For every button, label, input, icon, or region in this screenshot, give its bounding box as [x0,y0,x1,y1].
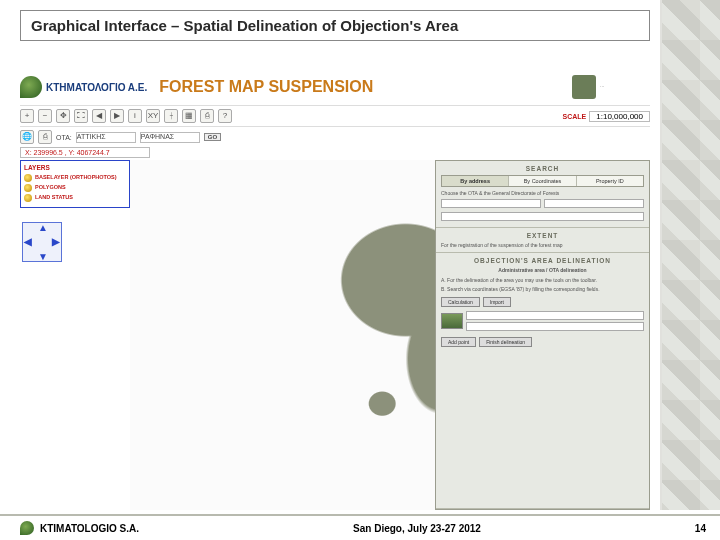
gis-app: ΚΤΗΜΑΤΟΛΟΓΙΟ Α.Ε. FOREST MAP SUSPENSION … [20,71,650,510]
visibility-icon[interactable] [24,174,32,182]
visibility-icon[interactable] [24,184,32,192]
delineation-subheader: Administrative area / OTA delineation [441,267,644,274]
calc-button[interactable]: Calculation [441,297,480,307]
xy-icon[interactable]: XY [146,109,160,123]
identify-icon[interactable]: i [128,109,142,123]
delin-step-b: B. Search via coordinates (EGSA '87) by … [441,286,644,293]
pan-west-icon[interactable]: ◀ [24,236,32,247]
right-panel: SEARCH By address By Coordinates Propert… [435,160,650,510]
measure-icon[interactable]: ⟊ [164,109,178,123]
coord-x-input[interactable] [466,311,644,320]
ota-select-2[interactable]: ΡΑΦΗΝΑΣ [140,132,200,143]
coord-readout: X: 239996.5 , Y: 4067244.7 [20,147,150,158]
coord-y-input[interactable] [466,322,644,331]
slide: Graphical Interface – Spatial Delineatio… [0,0,720,540]
slide-footer: KTIMATOLOGIO S.A. San Diego, July 23-27 … [0,514,720,540]
prev-extent-icon[interactable]: ◀ [92,109,106,123]
brand-text: ΚΤΗΜΑΤΟΛΟΓΙΟ Α.Ε. [46,82,147,93]
tab-by-coordinates[interactable]: By Coordinates [509,176,576,186]
scale-label: SCALE [563,113,587,120]
print2-icon[interactable]: ⎙ [38,130,52,144]
footer-page: 14 [695,523,706,534]
layer-item[interactable]: BASELAYER (ORTHOPHOTOS) [24,174,126,182]
pan-north-icon[interactable]: ▲ [38,222,48,233]
search-header: SEARCH [441,165,644,172]
search-section: SEARCH By address By Coordinates Propert… [436,161,649,228]
scale-value: 1:10,000,000 [589,111,650,122]
brand-glyph-icon [20,76,42,98]
zoom-out-icon[interactable]: − [38,109,52,123]
import-button[interactable]: Import [483,297,511,307]
layer-label: BASELAYER (ORTHOPHOTOS) [35,174,117,180]
toolbar: + − ✥ ⛶ ◀ ▶ i XY ⟊ ▦ ⎙ ? SCALE 1:10,000,… [20,105,650,127]
left-sidebar: LAYERS BASELAYER (ORTHOPHOTOS) POLYGONS … [20,160,130,510]
tab-by-address[interactable]: By address [442,176,509,186]
ota-label: ΟΤΑ: [56,134,72,141]
main-area: LAYERS BASELAYER (ORTHOPHOTOS) POLYGONS … [20,160,650,510]
globe-icon[interactable]: 🌐 [20,130,34,144]
directorate-select[interactable] [544,199,644,208]
pan-south-icon[interactable]: ▼ [38,251,48,262]
layer-item[interactable]: LAND STATUS [24,194,126,202]
next-extent-icon[interactable]: ▶ [110,109,124,123]
tab-by-property[interactable]: Property ID [577,176,643,186]
address-input[interactable] [441,212,644,221]
finish-button[interactable]: Finish delineation [479,337,532,347]
full-extent-icon[interactable]: ⛶ [74,109,88,123]
ota-select-1[interactable]: ΑΤΤΙΚΗΣ [76,132,136,143]
map-canvas[interactable]: ΚΤΗΜΑΤΟΛΟΓΙΟ Α.Ε. SEARCH By address By C… [130,160,650,510]
print-icon[interactable]: ⎙ [200,109,214,123]
slide-title: Graphical Interface – Spatial Delineatio… [20,10,650,41]
extent-header: EXTENT [441,232,644,239]
institution-logo: ··· [572,75,650,99]
extent-hint: For the registration of the suspension o… [441,242,644,249]
delineation-header: OBJECTION'S AREA DELINEATION [441,257,644,264]
footer-venue: San Diego, July 23-27 2012 [353,523,481,534]
delineation-section: OBJECTION'S AREA DELINEATION Administrat… [436,253,649,509]
layer-label: POLYGONS [35,184,66,190]
layer-label: LAND STATUS [35,194,73,200]
layers-heading: LAYERS [24,164,126,171]
institution-text: ··· [600,84,650,90]
add-point-button[interactable]: Add point [441,337,476,347]
app-header: ΚΤΗΜΑΤΟΛΟΓΙΟ Α.Ε. FOREST MAP SUSPENSION … [20,71,650,105]
search-row: 🌐 ⎙ ΟΤΑ: ΑΤΤΙΚΗΣ ΡΑΦΗΝΑΣ GO [20,127,650,147]
institution-icon [572,75,596,99]
visibility-icon[interactable] [24,194,32,202]
delin-step-a: A. For the delineation of the area you m… [441,277,644,284]
brand-logo: ΚΤΗΜΑΤΟΛΟΓΙΟ Α.Ε. [20,76,147,98]
scale-display: SCALE 1:10,000,000 [563,111,650,122]
pan-icon[interactable]: ✥ [56,109,70,123]
go-button[interactable]: GO [204,133,221,141]
pan-control[interactable]: ▲ ▼ ◀ ▶ [22,222,62,262]
extent-section: EXTENT For the registration of the suspe… [436,228,649,254]
search-tabs: By address By Coordinates Property ID [441,175,644,187]
delin-thumb-1 [441,313,463,329]
footer-org: KTIMATOLOGIO S.A. [40,523,139,534]
footer-logo-icon [20,521,34,535]
zoom-in-icon[interactable]: + [20,109,34,123]
pan-east-icon[interactable]: ▶ [52,236,60,247]
region-select[interactable] [441,199,541,208]
app-title: FOREST MAP SUSPENSION [159,78,560,96]
help-icon[interactable]: ? [218,109,232,123]
layers-panel: LAYERS BASELAYER (ORTHOPHOTOS) POLYGONS … [20,160,130,208]
table-icon[interactable]: ▦ [182,109,196,123]
layer-item[interactable]: POLYGONS [24,184,126,192]
